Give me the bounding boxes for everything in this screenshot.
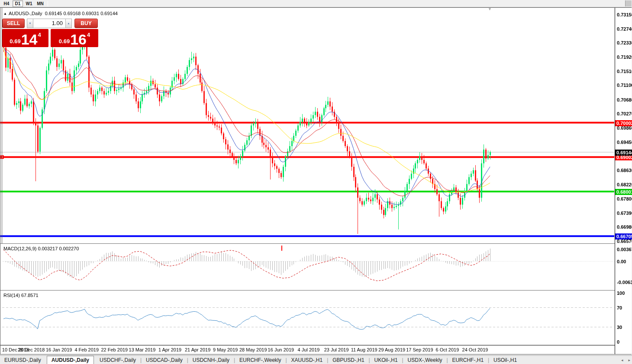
tab-ukoil-h1[interactable]: UKOil-,H1 [370, 356, 402, 364]
tab-usdx-weekly[interactable]: USDX-,Weekly [403, 356, 447, 364]
tab-audusd-daily[interactable]: AUDUSD-,Daily [47, 356, 94, 364]
tab-xauusd-h1[interactable]: XAUUSD-,H1 [287, 356, 327, 364]
price-tick-label: 0.68630 [617, 168, 632, 173]
price-tick-label: 0.69860 [617, 125, 632, 131]
timeframe-button-w1[interactable]: W1 [24, 0, 34, 7]
collapse-triangle-icon[interactable]: ▲ [3, 12, 7, 16]
price-level-tag: 0.66705 [615, 233, 632, 239]
timeframe-toolbar: H4D1W1MN [0, 0, 632, 7]
chart-ohlc-values: 0.69145 0.69168 0.69031 0.69144 [45, 11, 118, 16]
rsi-axis-label: 100 [617, 291, 625, 296]
volume-input[interactable]: 1.00 [33, 19, 65, 28]
date-tick-label: 17 Sep 2019 [406, 347, 433, 352]
price-tick-label: 0.73150 [617, 12, 632, 17]
one-click-trading-panel: SELL ▼ 1.00 ▲ BUY 0.69 14 4 0.69 16 4 [2, 19, 99, 47]
tabs-scroll-left-icon[interactable]: ◂ [621, 358, 623, 362]
date-tick-label: 23 Jul 2019 [324, 347, 349, 352]
buy-button[interactable]: BUY [74, 19, 98, 28]
chart-shift-marker-icon[interactable]: ▼ [488, 7, 492, 11]
sell-price-big-digits: 14 [21, 33, 38, 46]
price-tick-label: 0.70270 [617, 111, 632, 116]
tab-gbpusd-h1[interactable]: GBPUSD-,H1 [328, 356, 368, 364]
price-tick-label: 0.67800 [617, 196, 632, 201]
candlestick-chart-canvas[interactable] [0, 8, 631, 354]
price-axis[interactable]: 0.731500.727400.723300.719200.715100.711… [615, 8, 632, 354]
price-tick-label: 0.71920 [617, 54, 632, 60]
current-price-tag: 0.69144 [615, 150, 632, 156]
price-level-tag: 0.70002 [615, 120, 632, 126]
chart-symbol-label: AUDUSD-,Daily [9, 11, 42, 16]
buy-price-pip-digit: 4 [87, 32, 90, 38]
date-tick-label: 9 May 2019 [213, 347, 238, 352]
timeframe-button-h4[interactable]: H4 [1, 0, 12, 7]
chart-tab-bar: EURUSD-,DailyAUDUSD-,DailyUSDCHF-,Daily|… [0, 355, 632, 364]
macd-axis-label: 0.00 [617, 259, 626, 264]
date-tick-label: 28 Dec 2018 [18, 347, 45, 352]
buy-price-prefix: 0.69 [59, 38, 70, 45]
rsi-indicator-label: RSI(14) 67.8571 [3, 293, 39, 298]
rsi-axis-label: 70 [617, 305, 622, 310]
tab-usdcad-daily[interactable]: USDCAD-,Daily [142, 356, 187, 364]
toolbar-separator [48, 1, 48, 6]
sell-button[interactable]: SELL [2, 19, 25, 28]
rsi-axis-label: 0 [617, 339, 619, 345]
price-tick-label: 0.71510 [617, 69, 632, 74]
volume-increase-button[interactable]: ▲ [65, 19, 72, 28]
price-tick-label: 0.67390 [617, 211, 632, 216]
timeframe-button-d1[interactable]: D1 [13, 0, 23, 7]
macd-axis-label: -0.006378 [617, 280, 632, 285]
sell-price-pip-digit: 4 [38, 32, 41, 38]
chart-header: ▲AUDUSD-,Daily 0.69145 0.69168 0.69031 0… [3, 11, 118, 16]
sell-price-prefix: 0.69 [10, 38, 20, 45]
tab-usdcnh-daily[interactable]: USDCNH-,Daily [188, 356, 234, 364]
sell-price-panel[interactable]: 0.69 14 4 [2, 29, 48, 47]
rsi-axis-label: 30 [617, 325, 622, 330]
buy-price-big-digits: 16 [70, 33, 87, 46]
chart-window: ▲AUDUSD-,Daily 0.69145 0.69168 0.69031 0… [0, 7, 632, 354]
date-tick-label: 6 Oct 2019 [436, 347, 459, 352]
date-tick-label: 16 Jan 2019 [46, 347, 72, 352]
buy-price-panel[interactable]: 0.69 16 4 [51, 29, 98, 47]
date-tick-label: 28 May 2019 [239, 347, 267, 352]
tab-usoil-h1[interactable]: USOil-,H1 [489, 356, 521, 364]
price-level-tag: 0.68001 [615, 189, 632, 195]
tab-usdchf-daily[interactable]: USDCHF-,Daily [95, 356, 140, 364]
tab-eurchf-weekly[interactable]: EURCHF-,Weekly [235, 356, 285, 364]
macd-indicator-label: MACD(12,26,9) 0.003217 0.002270 [3, 246, 79, 251]
price-tick-label: 0.71100 [617, 83, 632, 88]
timeframe-button-mn[interactable]: MN [35, 0, 45, 7]
volume-decrease-button[interactable]: ▼ [27, 19, 33, 28]
macd-axis-label: 0.003674 [617, 247, 632, 252]
date-tick-label: 4 Feb 2019 [74, 347, 99, 352]
tabs-scroll-right-icon[interactable]: ▸ [628, 358, 630, 362]
price-tick-label: 0.72330 [617, 40, 632, 45]
date-tick-label: 21 Apr 2019 [185, 347, 210, 352]
toolbar-grip [625, 0, 632, 6]
price-tick-label: 0.66980 [617, 224, 632, 230]
tab-eurusd-daily[interactable]: EURUSD-,Daily [0, 356, 45, 364]
date-tick-label: 24 Oct 2019 [462, 347, 488, 352]
date-tick-label: 16 Jun 2019 [268, 347, 294, 352]
price-tick-label: 0.69450 [617, 140, 632, 145]
date-tick-label: 4 Jul 2019 [298, 347, 320, 352]
price-tick-label: 0.72740 [617, 26, 632, 32]
date-tick-label: 11 Aug 2019 [351, 347, 377, 352]
date-tick-label: 13 Mar 2019 [129, 347, 156, 352]
date-tick-label: 29 Aug 2019 [378, 347, 405, 352]
price-tick-label: 0.70680 [617, 97, 632, 102]
date-tick-label: 1 Apr 2019 [158, 347, 181, 352]
tab-eurchf-h1[interactable]: EURCHF-,H1 [448, 356, 488, 364]
price-tick-label: 0.68220 [617, 182, 632, 187]
date-tick-label: 22 Feb 2019 [101, 347, 128, 352]
